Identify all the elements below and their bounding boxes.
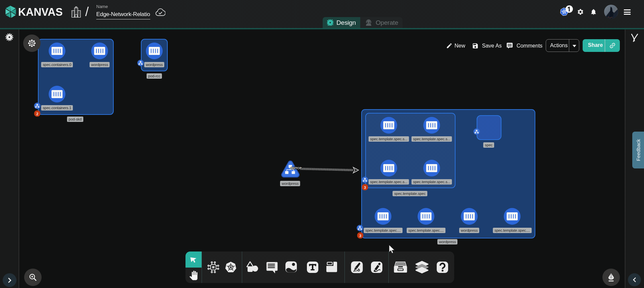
svg-text:80/TCP: 80/TCP bbox=[291, 166, 302, 170]
